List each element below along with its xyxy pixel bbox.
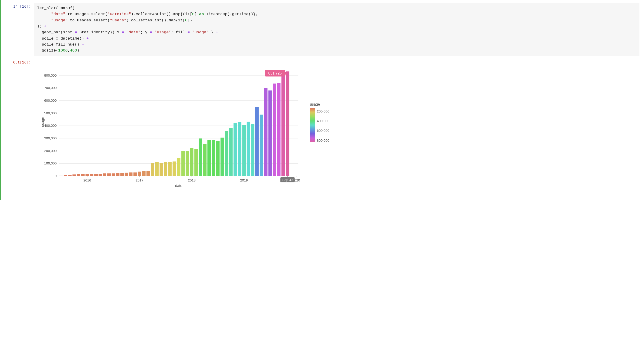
y-tick-label: 800,000: [44, 73, 57, 77]
y-tick-label: 100,000: [44, 161, 57, 165]
code-token: =: [74, 30, 77, 34]
code-token: ): [77, 48, 79, 53]
x-tip-label: Sep 30: [282, 178, 293, 182]
bar[interactable]: [60, 176, 63, 176]
code-token: scale_x_datetime(): [37, 36, 86, 41]
tooltip-value: 831.726: [268, 71, 282, 75]
bar[interactable]: [286, 71, 289, 176]
code-token: to usages.select(: [68, 18, 110, 22]
code-input[interactable]: let_plot( mapOf( "date" to usages.select…: [34, 3, 640, 56]
bar[interactable]: [116, 173, 120, 176]
bar[interactable]: [81, 174, 85, 176]
bar[interactable]: [90, 174, 93, 176]
bar[interactable]: [181, 151, 185, 176]
code-token: [124, 30, 126, 34]
bar[interactable]: [220, 138, 224, 176]
bar[interactable]: [72, 174, 76, 176]
bar[interactable]: [242, 125, 246, 176]
code-token: Timestamp).getTime()},: [204, 12, 258, 16]
bar[interactable]: [168, 162, 172, 176]
bar[interactable]: [225, 131, 228, 176]
code-token: ).collectAsList().map{it[: [126, 18, 185, 22]
bar[interactable]: [138, 172, 141, 176]
code-token: +: [44, 24, 46, 28]
y-tick-label: 600,000: [44, 98, 57, 102]
y-tick-label: 400,000: [44, 123, 57, 127]
bar[interactable]: [112, 173, 115, 176]
y-tick-label: 200,000: [44, 149, 57, 152]
bar[interactable]: [155, 162, 159, 176]
bar[interactable]: [194, 149, 198, 176]
bar[interactable]: [212, 140, 215, 176]
legend-ticks: 200,000400,000600,000800,000: [317, 108, 329, 142]
code-token: ; y: [140, 30, 150, 34]
code-token: "users": [110, 18, 126, 22]
code-token: ]: [194, 12, 199, 16]
bar[interactable]: [260, 115, 263, 176]
bar[interactable]: [216, 141, 220, 176]
bar[interactable]: [234, 123, 237, 176]
bar[interactable]: [94, 174, 98, 176]
x-tick-label: 2017: [136, 178, 143, 182]
bar[interactable]: [151, 163, 154, 176]
bar[interactable]: [208, 140, 211, 176]
legend-tick: 600,000: [317, 129, 329, 132]
code-token: 1000: [58, 48, 68, 53]
code-token: [37, 12, 51, 16]
bar[interactable]: [264, 88, 268, 176]
legend-tick: 200,000: [317, 109, 329, 113]
code-token: "usage": [154, 30, 171, 34]
plot-output: 0100,000200,000300,000400,000500,000600,…: [34, 59, 640, 191]
bar[interactable]: [98, 174, 102, 176]
bar[interactable]: [229, 128, 232, 176]
bar[interactable]: [173, 161, 176, 176]
legend-tick: 400,000: [317, 119, 329, 123]
bar[interactable]: [103, 173, 106, 176]
code-token: "date": [51, 12, 65, 16]
bar[interactable]: [129, 172, 132, 176]
code-token: "usage": [192, 30, 208, 34]
bar[interactable]: [107, 173, 111, 176]
code-token: =: [150, 30, 152, 34]
bar[interactable]: [255, 107, 259, 176]
code-token: ]}: [188, 18, 192, 22]
bar[interactable]: [146, 171, 150, 176]
y-tick-label: 700,000: [44, 86, 57, 90]
bar[interactable]: [77, 174, 80, 176]
bar[interactable]: [251, 124, 254, 176]
bar[interactable]: [246, 122, 250, 176]
bar[interactable]: [277, 83, 280, 176]
bar[interactable]: [177, 158, 180, 176]
bar[interactable]: [281, 73, 285, 176]
bar[interactable]: [160, 163, 163, 176]
bar[interactable]: [133, 172, 137, 176]
in-prompt: In [16]:: [6, 3, 34, 9]
code-token: =: [188, 30, 190, 34]
notebook-container: In [16]: let_plot( mapOf( "date" to usag…: [0, 0, 644, 200]
bar[interactable]: [199, 138, 202, 176]
bar[interactable]: [142, 171, 146, 176]
code-token: "usage": [51, 18, 68, 22]
y-tick-label: 500,000: [44, 111, 57, 115]
code-token: "DateTime": [108, 12, 131, 16]
bar[interactable]: [120, 173, 124, 176]
code-token: ; fill: [171, 30, 188, 34]
code-token: as: [199, 12, 204, 16]
bar-chart[interactable]: 0100,000200,000300,000400,000500,000600,…: [38, 65, 303, 190]
bar[interactable]: [64, 175, 67, 176]
bar[interactable]: [238, 122, 241, 176]
bar[interactable]: [68, 175, 72, 176]
y-tick-label: 0: [55, 174, 57, 178]
bar[interactable]: [273, 83, 276, 176]
bar[interactable]: [86, 174, 89, 176]
code-token: [190, 30, 192, 34]
code-token: geom_bar(stat: [37, 30, 74, 34]
bar[interactable]: [190, 148, 194, 176]
bar[interactable]: [186, 151, 189, 176]
bar[interactable]: [125, 173, 128, 176]
bar[interactable]: [164, 162, 168, 176]
bar[interactable]: [268, 90, 272, 176]
bar[interactable]: [203, 144, 206, 176]
code-token: +: [82, 42, 84, 47]
code-token: [37, 18, 51, 22]
